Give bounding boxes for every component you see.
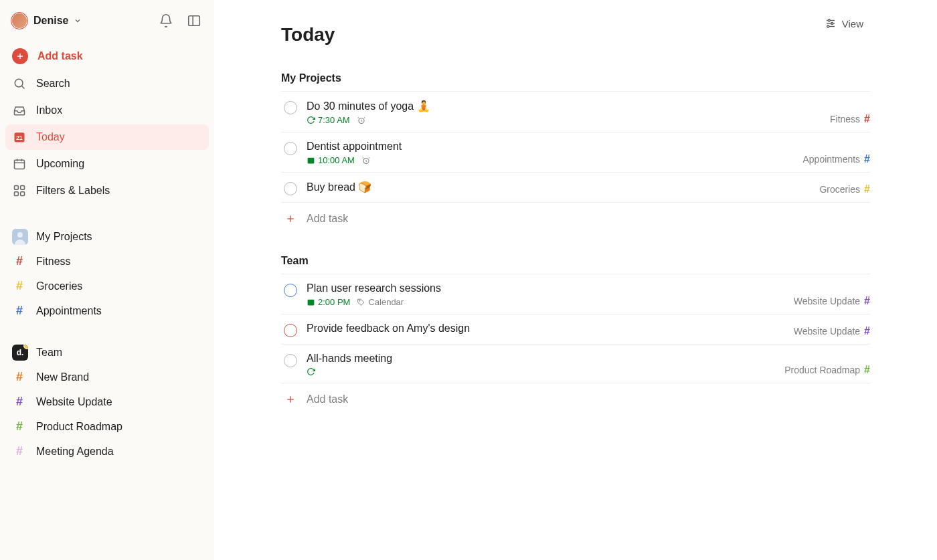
hash-icon: # [864, 153, 870, 165]
chevron-down-icon [74, 17, 82, 25]
hash-icon: # [864, 183, 870, 195]
task-checkbox[interactable] [284, 142, 297, 155]
task-project-link[interactable]: Product Roadmap# [784, 364, 870, 376]
nav-label: Inbox [36, 104, 62, 116]
task-checkbox[interactable] [284, 182, 297, 195]
nav-list: Add task Search Inbox 21 Today Upcoming [5, 43, 209, 203]
inbox-icon [12, 103, 27, 118]
hash-icon: # [864, 364, 870, 376]
workspace-label: My Projects [36, 231, 92, 243]
sidebar-project-meeting-agenda[interactable]: #Meeting Agenda [5, 439, 209, 464]
project-label: Appointments [802, 154, 860, 165]
task-title: All-hands meeting [307, 353, 870, 365]
workspace-badge-icon [23, 345, 28, 349]
svg-rect-12 [15, 186, 19, 190]
nav-label: Today [36, 131, 65, 143]
task-title: Dentist appointment [307, 141, 870, 153]
hash-icon: # [864, 325, 870, 337]
svg-point-17 [17, 232, 23, 238]
workspace-label: Team [36, 347, 62, 359]
task-project-link[interactable]: Website Update# [794, 325, 870, 337]
project-label: Groceries [36, 280, 82, 292]
project-label: Website Update [36, 396, 112, 408]
hash-icon: # [12, 444, 27, 458]
task-title: Do 30 minutes of yoga 🧘 [307, 100, 870, 112]
svg-point-34 [359, 300, 361, 302]
notifications-button[interactable] [157, 11, 175, 30]
panel-icon [187, 13, 201, 28]
sidebar-project-product-roadmap[interactable]: #Product Roadmap [5, 414, 209, 439]
svg-rect-14 [15, 192, 19, 196]
hash-icon: # [12, 419, 27, 434]
hash-icon: # [12, 279, 27, 293]
sidebar-project-new-brand[interactable]: #New Brand [5, 365, 209, 389]
sidebar-toggle-button[interactable] [185, 11, 203, 30]
task-project-link[interactable]: Appointments# [802, 153, 870, 165]
sidebar-project-appointments[interactable]: #Appointments [5, 298, 209, 323]
search-icon [12, 76, 27, 91]
svg-rect-27 [308, 158, 315, 164]
task-row[interactable]: Provide feedback on Amy's designWebsite … [281, 314, 870, 345]
nav-inbox[interactable]: Inbox [5, 98, 209, 123]
task-row[interactable]: Do 30 minutes of yoga 🧘7:30 AMFitness# [281, 92, 870, 132]
svg-line-30 [366, 161, 367, 161]
plus-icon [284, 393, 297, 406]
project-label: Product Roadmap [36, 421, 122, 433]
sidebar-project-website-update[interactable]: #Website Update [5, 389, 209, 414]
add-task-label: Add task [307, 213, 348, 225]
sidebar-project-fitness[interactable]: #Fitness [5, 249, 209, 274]
svg-line-5 [22, 86, 25, 89]
user-menu-button[interactable]: Denise [8, 11, 84, 31]
nav-filters[interactable]: Filters & Labels [5, 178, 209, 203]
nav-search[interactable]: Search [5, 71, 209, 96]
task-row[interactable]: Dentist appointment10:00 AMAppointments# [281, 132, 870, 173]
task-body: Dentist appointment10:00 AM [307, 141, 870, 165]
workspace-team[interactable]: d. Team [5, 333, 209, 365]
nav-label: Filters & Labels [36, 185, 110, 197]
hash-icon: # [12, 304, 27, 318]
view-button[interactable]: View [818, 13, 870, 33]
svg-point-19 [828, 19, 830, 21]
recurring-icon [307, 116, 315, 124]
hash-icon: # [12, 370, 27, 384]
hash-icon: # [12, 395, 27, 409]
task-row[interactable]: All-hands meetingProduct Roadmap# [281, 345, 870, 383]
task-body: Buy bread 🍞 [307, 181, 870, 195]
nav-label: Search [36, 78, 70, 90]
task-project-link[interactable]: Website Update# [794, 295, 870, 307]
task-row[interactable]: Plan user research sessions2:00 PMCalend… [281, 274, 870, 314]
add-task-label: Add task [37, 50, 83, 62]
nav-upcoming[interactable]: Upcoming [5, 151, 209, 177]
project-label: Website Update [794, 296, 860, 306]
avatar [11, 12, 28, 29]
recurring-icon [307, 367, 315, 376]
add-task-button[interactable]: Add task [5, 43, 209, 70]
task-meta: 2:00 PMCalendar [307, 297, 870, 307]
task-checkbox[interactable] [284, 354, 297, 367]
task-checkbox[interactable] [284, 284, 297, 297]
sidebar-top: Denise [5, 8, 209, 40]
view-label: View [842, 18, 863, 29]
task-project-link[interactable]: Fitness# [830, 113, 870, 125]
nav-today[interactable]: 21 Today [5, 124, 209, 150]
hash-icon: # [864, 113, 870, 125]
task-group-my-projects: My ProjectsDo 30 minutes of yoga 🧘7:30 A… [281, 72, 870, 228]
task-body: Plan user research sessions2:00 PMCalend… [307, 282, 870, 307]
task-title: Buy bread 🍞 [307, 181, 870, 193]
task-meta: 10:00 AM [307, 155, 870, 165]
workspace-avatar [12, 229, 28, 245]
calendar-small-icon [307, 298, 315, 306]
sidebar-project-groceries[interactable]: #Groceries [5, 274, 209, 298]
task-label[interactable]: Calendar [357, 297, 404, 307]
workspace-my-projects[interactable]: My Projects [5, 217, 209, 249]
task-row[interactable]: Buy bread 🍞Groceries# [281, 173, 870, 203]
task-project-link[interactable]: Groceries# [819, 183, 870, 195]
project-label: Website Update [794, 326, 860, 337]
add-task-inline[interactable]: Add task [281, 203, 870, 228]
task-checkbox[interactable] [284, 101, 297, 114]
add-task-inline[interactable]: Add task [281, 383, 870, 409]
page-title: Today [281, 24, 335, 45]
user-name: Denise [33, 15, 68, 27]
project-label: New Brand [36, 371, 89, 383]
task-checkbox[interactable] [284, 324, 297, 337]
